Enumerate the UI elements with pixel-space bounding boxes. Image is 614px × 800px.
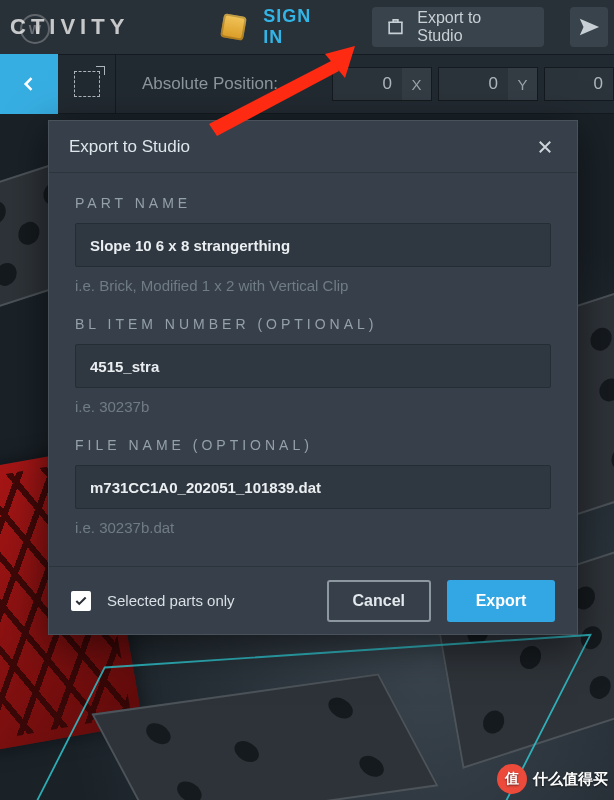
watermark-badge: 值: [497, 764, 527, 794]
export-button[interactable]: Export: [447, 580, 555, 622]
modal-footer: Selected parts only Cancel Export: [49, 566, 577, 634]
bl-item-label: BL ITEM NUMBER (OPTIONAL): [75, 316, 551, 332]
coin-icon[interactable]: [220, 13, 247, 41]
absolute-position-label: Absolute Position:: [142, 74, 278, 94]
topbar: CTIVITY SIGN IN Export to Studio: [0, 0, 614, 54]
x-input[interactable]: 0: [332, 67, 402, 101]
selected-only-checkbox[interactable]: [71, 591, 91, 611]
tool-active[interactable]: [0, 54, 58, 114]
coordinate-inputs: 0 X 0 Y 0: [332, 67, 614, 101]
subbar: Absolute Position: 0 X 0 Y 0: [0, 54, 614, 114]
close-icon: [536, 138, 554, 156]
file-name-label: FILE NAME (OPTIONAL): [75, 437, 551, 453]
export-label: Export: [476, 592, 527, 610]
selected-only-label: Selected parts only: [107, 592, 235, 609]
tool-selection[interactable]: [58, 54, 116, 114]
y-input[interactable]: 0: [438, 67, 508, 101]
export-icon: [386, 17, 405, 37]
file-name-input[interactable]: [75, 465, 551, 509]
export-modal: Export to Studio PART NAME i.e. Brick, M…: [48, 120, 578, 635]
activity-label: CTIVITY: [6, 14, 129, 40]
y-axis-label: Y: [508, 67, 538, 101]
part-name-label: PART NAME: [75, 195, 551, 211]
bl-item-hint: i.e. 30237b: [75, 398, 551, 415]
cancel-label: Cancel: [353, 592, 405, 610]
bl-item-input[interactable]: [75, 344, 551, 388]
sign-in-link[interactable]: SIGN IN: [263, 6, 334, 48]
paper-plane-icon: [578, 16, 600, 38]
cancel-button[interactable]: Cancel: [327, 580, 431, 622]
export-to-studio-label: Export to Studio: [417, 9, 526, 45]
watermark-text: 什么值得买: [533, 770, 608, 789]
close-button[interactable]: [533, 135, 557, 159]
modal-body: PART NAME i.e. Brick, Modified 1 x 2 wit…: [49, 173, 577, 566]
selection-box-icon: [74, 71, 100, 97]
z-input[interactable]: 0: [544, 67, 614, 101]
modal-header: Export to Studio: [49, 121, 577, 173]
send-button[interactable]: [570, 7, 608, 47]
export-to-studio-button[interactable]: Export to Studio: [372, 7, 544, 47]
file-name-hint: i.e. 30237b.dat: [75, 519, 551, 536]
modal-title: Export to Studio: [69, 137, 190, 157]
watermark-corner: 值 什么值得买: [497, 764, 608, 794]
part-name-hint: i.e. Brick, Modified 1 x 2 with Vertical…: [75, 277, 551, 294]
chevron-left-icon: [19, 74, 39, 94]
check-icon: [74, 594, 88, 608]
part-name-input[interactable]: [75, 223, 551, 267]
x-axis-label: X: [402, 67, 432, 101]
